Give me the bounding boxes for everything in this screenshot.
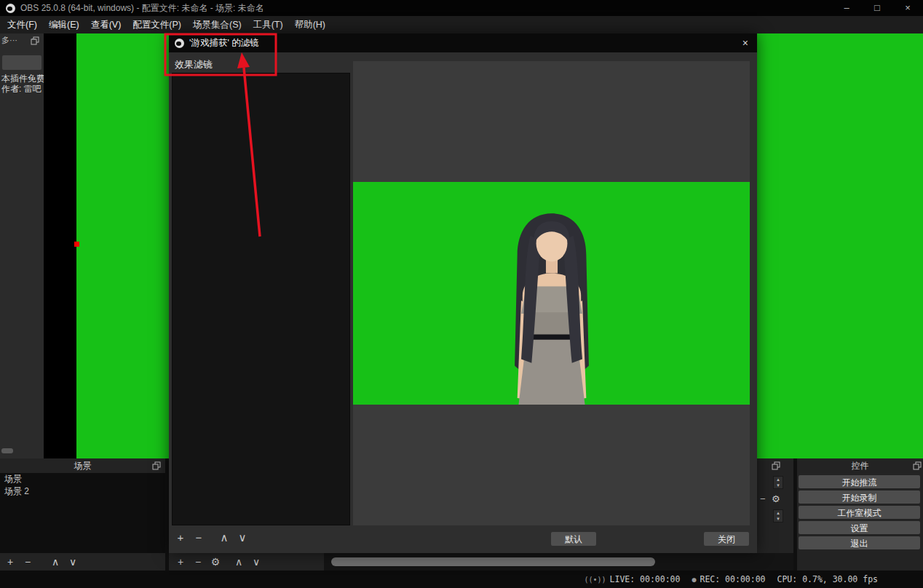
mixer-gear-icon[interactable]: ⚙ [772, 493, 780, 504]
mixer-scrollbar-track[interactable] [324, 553, 793, 571]
exit-button[interactable]: 退出 [799, 536, 920, 549]
obs-main-window: OBS 25.0.8 (64-bit, windows) - 配置文件: 未命名… [0, 0, 923, 588]
menu-profile[interactable]: 配置文件(P) [127, 19, 187, 31]
filters-dialog-titlebar[interactable]: '游戏捕获' 的滤镜 × [169, 33, 757, 52]
move-source-up-icon[interactable]: ∧ [233, 554, 245, 570]
default-button[interactable]: 默认 [551, 532, 596, 546]
plugin-dock-title: 多··· [1, 35, 17, 46]
effect-filters-header: 效果滤镜 [175, 58, 213, 71]
obs-logo-icon [175, 39, 184, 48]
filters-dialog: '游戏捕获' 的滤镜 × 效果滤镜 [169, 33, 757, 553]
volume-stepper[interactable]: ▴▾ [773, 509, 783, 523]
plugin-dock-scrollbar[interactable] [1, 448, 13, 453]
maximize-button[interactable]: □ [862, 0, 892, 16]
broadcast-icon: ((•)) [584, 576, 606, 584]
filters-dialog-title: '游戏捕获' 的滤镜 [189, 37, 259, 49]
minimize-button[interactable]: – [831, 0, 862, 16]
rec-status: ● REC: 00:00:00 [692, 574, 765, 584]
plugin-dock-header: 多··· × [0, 33, 44, 47]
audio-mixer-dock: ▴▾ − ⚙ ▴▾ [757, 458, 793, 553]
filter-preview [353, 61, 750, 525]
popout-icon[interactable] [152, 461, 161, 470]
mixer-scrollbar-handle[interactable] [331, 557, 655, 566]
obs-logo-icon [6, 4, 15, 13]
rec-time: REC: 00:00:00 [700, 574, 766, 584]
popout-icon[interactable] [31, 36, 39, 45]
move-filter-down-icon[interactable]: ∨ [237, 530, 248, 546]
scenes-list: 场景 场景 2 [0, 473, 165, 553]
move-source-down-icon[interactable]: ∨ [250, 554, 262, 570]
scenes-toolbar: + − ∧ ∨ [0, 553, 165, 571]
status-bar: ((•)) LIVE: 00:00:00 ● REC: 00:00:00 CPU… [0, 571, 923, 588]
filters-toolbar: + − ∧ ∨ [175, 530, 248, 546]
scene-item[interactable]: 场景 [0, 473, 165, 485]
dialog-close-button[interactable]: 关闭 [704, 532, 749, 546]
remove-filter-icon[interactable]: − [193, 530, 205, 546]
plugin-dock: 多··· × 本插件免费 作者: 雷吧 [0, 33, 44, 458]
menu-bar: 文件(F) 编辑(E) 查看(V) 配置文件(P) 场景集合(S) 工具(T) … [0, 16, 923, 33]
character-preview [479, 210, 625, 405]
live-status: ((•)) LIVE: 00:00:00 [584, 574, 680, 584]
move-filter-up-icon[interactable]: ∧ [218, 530, 230, 546]
plugin-info-line2: 作者: 雷吧 [1, 83, 41, 95]
controls-dock: 控件 开始推流 开始录制 工作室模式 设置 退出 [797, 458, 923, 571]
settings-button[interactable]: 设置 [799, 521, 920, 534]
close-button[interactable]: × [892, 0, 923, 16]
menu-edit[interactable]: 编辑(E) [43, 19, 85, 31]
start-streaming-button[interactable]: 开始推流 [799, 475, 920, 488]
plugin-dock-button[interactable] [2, 55, 41, 70]
move-scene-down-icon[interactable]: ∨ [67, 554, 79, 570]
chroma-green-frame [353, 182, 750, 405]
controls-dock-title: 控件 [852, 460, 869, 472]
cpu-fps-stats: CPU: 0.7%, 30.00 fps [777, 574, 878, 584]
move-scene-up-icon[interactable]: ∧ [49, 554, 61, 570]
studio-mode-button[interactable]: 工作室模式 [799, 506, 920, 519]
menu-tools[interactable]: 工具(T) [247, 19, 289, 31]
add-source-icon[interactable]: + [175, 554, 186, 570]
live-time: LIVE: 00:00:00 [610, 574, 681, 584]
menu-file[interactable]: 文件(F) [1, 19, 43, 31]
window-controls: – □ × [831, 0, 923, 16]
volume-stepper[interactable]: ▴▾ [773, 476, 783, 489]
filters-dialog-close-icon[interactable]: × [742, 36, 748, 50]
source-properties-icon[interactable]: ⚙ [210, 554, 221, 570]
remove-source-icon[interactable]: − [192, 554, 204, 570]
add-scene-icon[interactable]: + [4, 554, 16, 570]
canvas-black-strip [44, 33, 76, 458]
remove-scene-icon[interactable]: − [22, 554, 33, 570]
scene-item[interactable]: 场景 2 [0, 485, 165, 498]
menu-scene-collection[interactable]: 场景集合(S) [187, 19, 247, 31]
window-title: OBS 25.0.8 (64-bit, windows) - 配置文件: 未命名… [20, 2, 264, 15]
window-titlebar: OBS 25.0.8 (64-bit, windows) - 配置文件: 未命名… [0, 0, 923, 16]
add-filter-icon[interactable]: + [175, 530, 186, 546]
filters-list[interactable] [172, 73, 350, 525]
mute-minus-icon[interactable]: − [760, 493, 766, 504]
controls-dock-header: 控件 [797, 458, 923, 473]
popout-icon[interactable] [772, 461, 780, 470]
scenes-dock-header: 场景 [0, 458, 165, 473]
scenes-dock-title: 场景 [74, 460, 92, 472]
record-dot-icon: ● [692, 576, 696, 584]
popout-icon[interactable] [913, 461, 922, 470]
source-handle-marker[interactable] [74, 242, 79, 247]
scenes-dock: 场景 场景 场景 2 + − ∧ ∨ [0, 458, 165, 571]
menu-help[interactable]: 帮助(H) [289, 19, 331, 31]
start-recording-button[interactable]: 开始录制 [799, 490, 920, 504]
menu-view[interactable]: 查看(V) [85, 19, 127, 31]
sources-toolbar: + − ⚙ ∧ ∨ [169, 553, 324, 571]
